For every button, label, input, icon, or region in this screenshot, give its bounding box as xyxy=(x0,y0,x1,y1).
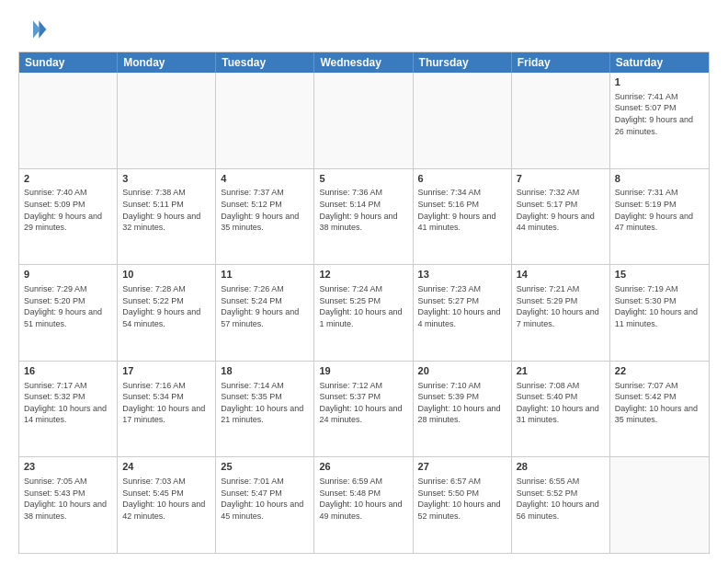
logo xyxy=(18,15,51,44)
day-number: 5 xyxy=(319,172,407,186)
weekday-header-sunday: Sunday xyxy=(19,52,118,73)
calendar-day-21: 21Sunrise: 7:08 AM Sunset: 5:40 PM Dayli… xyxy=(512,362,610,457)
day-info: Sunrise: 7:34 AM Sunset: 5:16 PM Dayligh… xyxy=(418,187,506,233)
day-number: 7 xyxy=(517,172,605,186)
day-info: Sunrise: 7:03 AM Sunset: 5:45 PM Dayligh… xyxy=(122,476,210,522)
day-number: 9 xyxy=(24,268,112,282)
calendar-day-16: 16Sunrise: 7:17 AM Sunset: 5:32 PM Dayli… xyxy=(19,362,118,457)
day-number: 25 xyxy=(221,460,309,474)
calendar-day-19: 19Sunrise: 7:12 AM Sunset: 5:37 PM Dayli… xyxy=(314,362,413,457)
calendar-empty-cell xyxy=(414,73,512,168)
day-number: 16 xyxy=(24,364,112,378)
day-number: 18 xyxy=(221,364,309,378)
calendar-day-13: 13Sunrise: 7:23 AM Sunset: 5:27 PM Dayli… xyxy=(414,265,512,361)
calendar-day-14: 14Sunrise: 7:21 AM Sunset: 5:29 PM Dayli… xyxy=(512,265,610,361)
day-info: Sunrise: 7:19 AM Sunset: 5:30 PM Dayligh… xyxy=(615,283,704,329)
calendar-day-22: 22Sunrise: 7:07 AM Sunset: 5:42 PM Dayli… xyxy=(610,362,709,457)
day-info: Sunrise: 6:59 AM Sunset: 5:48 PM Dayligh… xyxy=(319,476,407,522)
calendar-day-5: 5Sunrise: 7:36 AM Sunset: 5:14 PM Daylig… xyxy=(314,169,413,265)
calendar-day-25: 25Sunrise: 7:01 AM Sunset: 5:47 PM Dayli… xyxy=(216,457,314,553)
calendar-week-2: 2Sunrise: 7:40 AM Sunset: 5:09 PM Daylig… xyxy=(19,168,709,265)
day-number: 15 xyxy=(615,268,704,282)
calendar-day-20: 20Sunrise: 7:10 AM Sunset: 5:39 PM Dayli… xyxy=(414,362,512,457)
day-number: 4 xyxy=(221,172,309,186)
calendar-day-10: 10Sunrise: 7:28 AM Sunset: 5:22 PM Dayli… xyxy=(118,265,216,361)
day-info: Sunrise: 7:38 AM Sunset: 5:11 PM Dayligh… xyxy=(122,187,210,233)
calendar-week-5: 23Sunrise: 7:05 AM Sunset: 5:43 PM Dayli… xyxy=(19,456,709,553)
day-number: 22 xyxy=(615,364,704,378)
day-info: Sunrise: 7:31 AM Sunset: 5:19 PM Dayligh… xyxy=(615,187,704,233)
day-info: Sunrise: 7:14 AM Sunset: 5:35 PM Dayligh… xyxy=(221,380,309,426)
day-info: Sunrise: 6:57 AM Sunset: 5:50 PM Dayligh… xyxy=(418,476,506,522)
day-info: Sunrise: 7:41 AM Sunset: 5:07 PM Dayligh… xyxy=(615,91,704,137)
day-number: 24 xyxy=(122,460,210,474)
day-info: Sunrise: 7:17 AM Sunset: 5:32 PM Dayligh… xyxy=(24,380,112,426)
day-info: Sunrise: 7:10 AM Sunset: 5:39 PM Dayligh… xyxy=(418,380,506,426)
day-info: Sunrise: 7:24 AM Sunset: 5:25 PM Dayligh… xyxy=(319,283,407,329)
day-number: 11 xyxy=(221,268,309,282)
day-number: 23 xyxy=(24,460,112,474)
calendar-empty-cell xyxy=(512,73,610,168)
day-number: 13 xyxy=(418,268,506,282)
day-number: 3 xyxy=(122,172,210,186)
weekday-header-wednesday: Wednesday xyxy=(314,52,413,73)
day-info: Sunrise: 6:55 AM Sunset: 5:52 PM Dayligh… xyxy=(517,476,605,522)
weekday-header-saturday: Saturday xyxy=(610,52,709,73)
day-number: 2 xyxy=(24,172,112,186)
day-number: 19 xyxy=(319,364,407,378)
calendar-day-26: 26Sunrise: 6:59 AM Sunset: 5:48 PM Dayli… xyxy=(314,457,413,553)
calendar-day-24: 24Sunrise: 7:03 AM Sunset: 5:45 PM Dayli… xyxy=(118,457,216,553)
calendar-week-4: 16Sunrise: 7:17 AM Sunset: 5:32 PM Dayli… xyxy=(19,361,709,457)
calendar-day-28: 28Sunrise: 6:55 AM Sunset: 5:52 PM Dayli… xyxy=(512,457,610,553)
calendar-day-2: 2Sunrise: 7:40 AM Sunset: 5:09 PM Daylig… xyxy=(19,169,118,265)
calendar-empty-cell xyxy=(314,73,413,168)
day-info: Sunrise: 7:28 AM Sunset: 5:22 PM Dayligh… xyxy=(122,283,210,329)
calendar-day-7: 7Sunrise: 7:32 AM Sunset: 5:17 PM Daylig… xyxy=(512,169,610,265)
calendar: SundayMondayTuesdayWednesdayThursdayFrid… xyxy=(18,52,710,554)
calendar-day-4: 4Sunrise: 7:37 AM Sunset: 5:12 PM Daylig… xyxy=(216,169,314,265)
day-info: Sunrise: 7:21 AM Sunset: 5:29 PM Dayligh… xyxy=(517,283,605,329)
day-info: Sunrise: 7:08 AM Sunset: 5:40 PM Dayligh… xyxy=(517,380,605,426)
day-info: Sunrise: 7:32 AM Sunset: 5:17 PM Dayligh… xyxy=(517,187,605,233)
weekday-header-monday: Monday xyxy=(118,52,216,73)
calendar-day-8: 8Sunrise: 7:31 AM Sunset: 5:19 PM Daylig… xyxy=(610,169,709,265)
weekday-header-friday: Friday xyxy=(512,52,610,73)
day-info: Sunrise: 7:36 AM Sunset: 5:14 PM Dayligh… xyxy=(319,187,407,233)
calendar-empty-cell xyxy=(610,457,709,553)
calendar-day-3: 3Sunrise: 7:38 AM Sunset: 5:11 PM Daylig… xyxy=(118,169,216,265)
header xyxy=(18,15,710,44)
day-number: 14 xyxy=(517,268,605,282)
calendar-empty-cell xyxy=(216,73,314,168)
day-number: 28 xyxy=(517,460,605,474)
calendar-day-9: 9Sunrise: 7:29 AM Sunset: 5:20 PM Daylig… xyxy=(19,265,118,361)
day-info: Sunrise: 7:05 AM Sunset: 5:43 PM Dayligh… xyxy=(24,476,112,522)
day-info: Sunrise: 7:40 AM Sunset: 5:09 PM Dayligh… xyxy=(24,187,112,233)
day-number: 20 xyxy=(418,364,506,378)
calendar-day-6: 6Sunrise: 7:34 AM Sunset: 5:16 PM Daylig… xyxy=(414,169,512,265)
calendar-body: 1Sunrise: 7:41 AM Sunset: 5:07 PM Daylig… xyxy=(19,73,709,553)
day-info: Sunrise: 7:23 AM Sunset: 5:27 PM Dayligh… xyxy=(418,283,506,329)
day-info: Sunrise: 7:07 AM Sunset: 5:42 PM Dayligh… xyxy=(615,380,704,426)
calendar-day-17: 17Sunrise: 7:16 AM Sunset: 5:34 PM Dayli… xyxy=(118,362,216,457)
day-info: Sunrise: 7:37 AM Sunset: 5:12 PM Dayligh… xyxy=(221,187,309,233)
day-number: 27 xyxy=(418,460,506,474)
day-number: 10 xyxy=(122,268,210,282)
calendar-day-18: 18Sunrise: 7:14 AM Sunset: 5:35 PM Dayli… xyxy=(216,362,314,457)
calendar-day-27: 27Sunrise: 6:57 AM Sunset: 5:50 PM Dayli… xyxy=(414,457,512,553)
weekday-header-tuesday: Tuesday xyxy=(216,52,314,73)
day-info: Sunrise: 7:26 AM Sunset: 5:24 PM Dayligh… xyxy=(221,283,309,329)
calendar-header: SundayMondayTuesdayWednesdayThursdayFrid… xyxy=(19,52,709,73)
calendar-day-12: 12Sunrise: 7:24 AM Sunset: 5:25 PM Dayli… xyxy=(314,265,413,361)
logo-icon xyxy=(18,15,48,44)
day-number: 1 xyxy=(615,75,704,89)
calendar-day-23: 23Sunrise: 7:05 AM Sunset: 5:43 PM Dayli… xyxy=(19,457,118,553)
day-info: Sunrise: 7:01 AM Sunset: 5:47 PM Dayligh… xyxy=(221,476,309,522)
day-number: 6 xyxy=(418,172,506,186)
calendar-empty-cell xyxy=(19,73,118,168)
weekday-header-thursday: Thursday xyxy=(414,52,512,73)
calendar-week-1: 1Sunrise: 7:41 AM Sunset: 5:07 PM Daylig… xyxy=(19,73,709,168)
calendar-day-11: 11Sunrise: 7:26 AM Sunset: 5:24 PM Dayli… xyxy=(216,265,314,361)
day-info: Sunrise: 7:29 AM Sunset: 5:20 PM Dayligh… xyxy=(24,283,112,329)
day-number: 8 xyxy=(615,172,704,186)
day-info: Sunrise: 7:16 AM Sunset: 5:34 PM Dayligh… xyxy=(122,380,210,426)
